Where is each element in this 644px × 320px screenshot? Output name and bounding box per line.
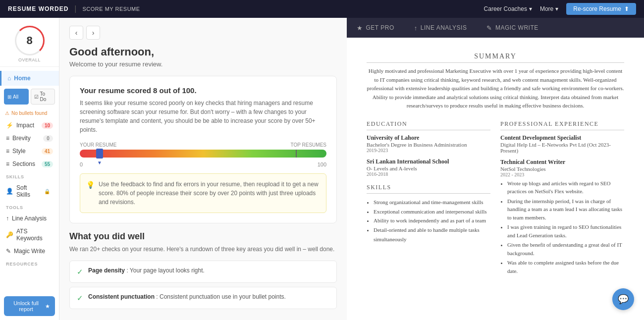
- exp-title-1: Technical Content Writer: [500, 159, 624, 166]
- skills-list: Strong organizational and time-managemen…: [367, 198, 490, 244]
- sidebar: 8 OVERALL ⌂ Home ⊞ All ☑ To Do ⚠ N: [0, 18, 59, 320]
- sidebar-item-style[interactable]: ≡ Style 41: [0, 145, 59, 158]
- edu-dates-1: 2016-2018: [367, 171, 490, 177]
- edu-dates-0: 2019-2023: [367, 148, 490, 153]
- next-arrow-button[interactable]: ›: [86, 26, 100, 40]
- brevity-icon: ≡: [6, 135, 9, 142]
- line-analysis-icon: ↑: [6, 215, 9, 222]
- soft-skills-lock-icon: 🔒: [41, 188, 53, 195]
- impact-badge: 10: [42, 122, 53, 129]
- magic-tab-icon: ✎: [486, 24, 492, 32]
- style-badge: 41: [42, 148, 53, 155]
- unlock-full-report-button[interactable]: Unlock full report ★: [4, 296, 55, 316]
- edu-entry-0: University of Lahore Bachelor's Degree i…: [367, 134, 490, 153]
- sidebar-item-line-analysis[interactable]: ↑ Line Analysis: [0, 212, 59, 225]
- magic-write-icon: ✎: [6, 248, 11, 255]
- prev-arrow-button[interactable]: ‹: [69, 26, 83, 40]
- exp-entry-0: Content Development Specialist Digital H…: [500, 134, 624, 154]
- degree-1: O- Levels and A-levels: [367, 165, 490, 171]
- exp-dates-1: 2022 - 2023: [500, 172, 624, 177]
- grid-icon: ⊞: [7, 94, 11, 100]
- chat-bubble-button[interactable]: 💬: [612, 288, 634, 310]
- check-icon-2: ✓: [77, 294, 83, 303]
- sidebar-item-soft-skills[interactable]: 👤 Soft Skills 🔒: [0, 181, 59, 201]
- check-item-punctuation: ✓ Consistent punctuation : Consistent pu…: [69, 287, 337, 309]
- sidebar-item-sections[interactable]: ≡ Sections 55: [0, 158, 59, 170]
- skills-section-label: SKILLS: [0, 170, 59, 181]
- more-menu[interactable]: More ▾: [540, 5, 558, 12]
- sidebar-item-brevity[interactable]: ≡ Brevity 0: [0, 132, 59, 145]
- nav-right: Career Coaches ▾ More ▾ Re-score Resume …: [484, 3, 636, 15]
- summary-text: Highly motivated and professional Market…: [367, 67, 624, 110]
- resume-panel: ★ GET PRO ↑ LINE ANALYSIS ✎ MAGIC WRITE …: [347, 18, 644, 320]
- tab-magic-write[interactable]: ✎ MAGIC WRITE: [477, 18, 548, 38]
- score-card: Your resume scored 8 out of 100. It seem…: [69, 76, 337, 223]
- bullet-1: During the internship period, I was in c…: [507, 197, 624, 222]
- sidebar-item-home[interactable]: ⌂ Home: [0, 71, 59, 86]
- progress-bar-container: [80, 150, 326, 160]
- nav-divider: |: [74, 4, 76, 13]
- score-marker: [96, 149, 103, 159]
- score-overall-label: OVERALL: [4, 57, 55, 62]
- sidebar-navigation: ⌂ Home ⊞ All ☑ To Do ⚠ No bullets found: [0, 67, 59, 272]
- experience-column: PROFESSIONAL EXPERIENCE Content Developm…: [500, 120, 624, 280]
- punctuation-label: Consistent punctuation: [88, 293, 155, 300]
- sidebar-tabs: ⊞ All ☑ To Do: [0, 86, 59, 107]
- resume-tabs-bar: ★ GET PRO ↑ LINE ANALYSIS ✎ MAGIC WRITE: [347, 18, 644, 38]
- check-item-page-density: ✓ Page density : Your page layout looks …: [69, 261, 337, 283]
- progress-start: 0: [80, 161, 83, 167]
- skill-3: Detail-oriented and able to handle multi…: [374, 225, 490, 244]
- soft-skills-icon: 👤: [6, 188, 13, 195]
- tab-get-pro[interactable]: ★ GET PRO: [347, 18, 404, 38]
- bullet-0: Wrote up blogs and articles with regard …: [507, 179, 624, 196]
- resume-two-column: EDUCATION University of Lahore Bachelor'…: [367, 120, 624, 280]
- what-well-desc: We ran 20+ checks on your resume. Here's…: [69, 245, 337, 254]
- skills-col-title: SKILLS: [367, 184, 490, 194]
- tab-all[interactable]: ⊞ All: [4, 89, 29, 105]
- school-name-0: University of Lahore: [367, 134, 490, 142]
- lightbulb-icon: 💡: [86, 180, 95, 207]
- progress-labels: YOUR RESUME TOP RESUMES: [80, 142, 326, 148]
- score-card-description: It seems like your resume scored poorly …: [80, 99, 326, 134]
- sections-icon: ≡: [6, 160, 9, 167]
- education-column: EDUCATION University of Lahore Bachelor'…: [367, 120, 490, 280]
- degree-0: Bachelor's Degree in Business Administra…: [367, 142, 490, 148]
- summary-section-title: SUMMARY: [367, 53, 624, 63]
- top-resumes-label: TOP RESUMES: [291, 142, 326, 148]
- main-content: ‹ › Good afternoon, Welcome to your resu…: [59, 18, 347, 320]
- tab-todo[interactable]: ☑ To Do: [31, 89, 55, 105]
- score-my-resume-link[interactable]: SCORE MY RESUME: [83, 6, 140, 12]
- your-resume-label: YOUR RESUME: [80, 142, 116, 148]
- tab-line-analysis[interactable]: ↑ LINE ANALYSIS: [404, 18, 477, 38]
- career-coaches-menu[interactable]: Career Coaches ▾: [484, 5, 532, 12]
- progress-end: 100: [318, 161, 326, 167]
- rescore-resume-button[interactable]: Re-score Resume ⬆: [566, 3, 636, 15]
- what-well-title: What you did well: [69, 231, 337, 242]
- sidebar-item-impact[interactable]: ⚡ Impact 10: [0, 119, 59, 132]
- navigation-arrows: ‹ ›: [69, 26, 337, 40]
- brand-name: RESUME WORDED: [8, 5, 68, 12]
- tip-box: 💡 Use the feedback to find and fix error…: [80, 173, 326, 213]
- tools-section-label: TOOLS: [0, 201, 59, 212]
- sections-badge: 55: [42, 161, 53, 167]
- page-density-label: Page density: [88, 267, 125, 274]
- main-layout: 8 OVERALL ⌂ Home ⊞ All ☑ To Do ⚠ N: [0, 18, 644, 320]
- bullet-4: Was able to complete assigned tasks befo…: [507, 259, 624, 275]
- tip-text: Use the feedback to find and fix errors …: [99, 180, 320, 207]
- sidebar-item-ats-keywords[interactable]: 🔑 ATS Keywords: [0, 225, 59, 245]
- school-name-1: Sri Lankan International School: [367, 158, 490, 165]
- line-tab-icon: ↑: [414, 24, 418, 32]
- bullet-3: Given the benefit of understanding a gre…: [507, 241, 624, 257]
- main-wrapper: ‹ › Good afternoon, Welcome to your resu…: [59, 18, 644, 320]
- star-tab-icon: ★: [357, 24, 363, 32]
- progress-section: YOUR RESUME TOP RESUMES 0 100: [80, 142, 326, 167]
- brevity-badge: 0: [43, 135, 53, 142]
- score-card-title: Your resume scored 8 out of 100.: [80, 86, 326, 95]
- exp-title-0: Content Development Specialist: [500, 134, 624, 142]
- punctuation-sep: :: [156, 293, 160, 300]
- upload-icon: ⬆: [624, 5, 629, 12]
- score-section: 8 OVERALL: [0, 18, 59, 67]
- edu-entry-1: Sri Lankan International School O- Level…: [367, 158, 490, 177]
- chat-icon: 💬: [618, 294, 629, 305]
- sidebar-item-magic-write[interactable]: ✎ Magic Write: [0, 245, 59, 258]
